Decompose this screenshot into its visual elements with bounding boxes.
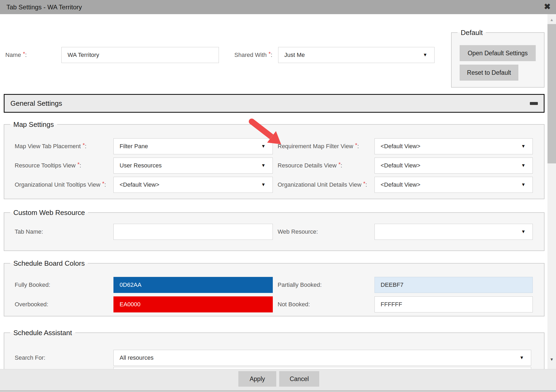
organizational-unit-details-view-select[interactable]: <Default View> ▼ <box>374 177 533 193</box>
partially-booked-label: Partially Booked: <box>278 281 322 289</box>
required-asterisk: * <box>23 50 25 57</box>
chevron-down-icon: ▼ <box>521 229 526 234</box>
partially-booked-input[interactable]: DEEBF7 <box>374 277 533 293</box>
required-asterisk: * <box>102 180 104 186</box>
chevron-down-icon: ▼ <box>521 144 526 149</box>
organizational-unit-details-view-label: Organizational Unit Details View*: <box>278 181 367 189</box>
required-asterisk: * <box>338 161 341 167</box>
red-annotation-arrow-icon <box>246 117 288 149</box>
chevron-down-icon: ▼ <box>521 163 526 168</box>
apply-button[interactable]: Apply <box>238 371 276 387</box>
general-settings-header[interactable]: General Settings <box>4 94 545 113</box>
footer-bar <box>0 369 556 390</box>
shared-with-label: Shared With*: <box>234 51 272 59</box>
resource-details-view-select[interactable]: <Default View> ▼ <box>374 158 533 174</box>
resource-details-view-label: Resource Details View*: <box>278 162 342 170</box>
required-asterisk: * <box>77 161 80 167</box>
name-field[interactable]: WA Territory <box>61 47 219 63</box>
default-panel-legend: Default <box>458 28 486 37</box>
required-asterisk: * <box>82 142 85 148</box>
web-resource-label: Web Resource: <box>278 228 318 236</box>
custom-web-resource-legend: Custom Web Resource <box>10 208 88 217</box>
window-bottom-edge <box>0 390 556 392</box>
organizational-unit-tooltips-view-select[interactable]: <Default View> ▼ <box>113 177 273 193</box>
resource-tooltips-view-select[interactable]: User Resources ▼ <box>113 158 273 174</box>
chevron-down-icon: ▼ <box>521 182 526 187</box>
search-for-select[interactable]: All resources ▼ <box>113 350 531 366</box>
required-asterisk: * <box>355 142 357 148</box>
web-resource-select[interactable]: ▼ <box>374 224 533 240</box>
scrollbar-thumb[interactable] <box>547 24 556 163</box>
requirement-map-filter-view-select[interactable]: <Default View> ▼ <box>374 138 533 154</box>
collapse-icon[interactable] <box>530 102 538 105</box>
general-settings-title: General Settings <box>10 99 62 108</box>
required-asterisk: * <box>269 50 271 57</box>
map-view-tab-placement-label: Map View Tab Placement*: <box>15 142 86 150</box>
schedule-board-colors-legend: Schedule Board Colors <box>10 259 88 268</box>
tab-settings-dialog: Tab Settings - WA Territory ✖ Default Op… <box>0 0 556 392</box>
required-asterisk: * <box>363 180 365 186</box>
title-bar: Tab Settings - WA Territory ✖ <box>0 0 556 14</box>
shared-with-select[interactable]: Just Me ▼ <box>278 47 435 63</box>
not-booked-input[interactable]: FFFFFF <box>374 296 533 312</box>
vertical-scrollbar[interactable]: ▲ ▼ <box>547 14 556 369</box>
map-settings-legend: Map Settings <box>10 120 57 129</box>
search-for-label: Search For: <box>15 354 45 362</box>
fully-booked-label: Fully Booked: <box>15 281 50 289</box>
chevron-down-icon: ▼ <box>519 355 524 360</box>
tab-name-input[interactable] <box>113 224 273 240</box>
tab-name-label: Tab Name: <box>15 228 43 236</box>
close-icon[interactable]: ✖ <box>544 2 551 11</box>
chevron-down-icon: ▼ <box>261 163 266 168</box>
not-booked-label: Not Booked: <box>278 300 310 308</box>
name-label: Name*: <box>5 51 27 59</box>
fully-booked-input[interactable]: 0D62AA <box>113 277 273 293</box>
open-default-settings-button[interactable]: Open Default Settings <box>460 45 536 61</box>
schedule-assistant-legend: Schedule Assistant <box>10 328 75 337</box>
chevron-down-icon: ▼ <box>261 182 266 187</box>
chevron-down-icon: ▼ <box>423 52 427 58</box>
overbooked-label: Overbooked: <box>15 300 48 308</box>
scroll-up-icon[interactable]: ▲ <box>547 17 556 22</box>
resource-tooltips-view-label: Resource Tooltips View*: <box>15 162 81 170</box>
cancel-button[interactable]: Cancel <box>279 371 319 387</box>
scroll-down-icon[interactable]: ▼ <box>547 357 556 362</box>
requirement-map-filter-view-label: Requirement Map Filter View*: <box>278 142 359 150</box>
organizational-unit-tooltips-view-label: Organizational Unit Tooltips View*: <box>15 181 106 189</box>
overbooked-input[interactable]: EA0000 <box>113 296 273 312</box>
reset-to-default-button[interactable]: Reset to Default <box>460 65 518 81</box>
dialog-title: Tab Settings - WA Territory <box>6 3 82 11</box>
